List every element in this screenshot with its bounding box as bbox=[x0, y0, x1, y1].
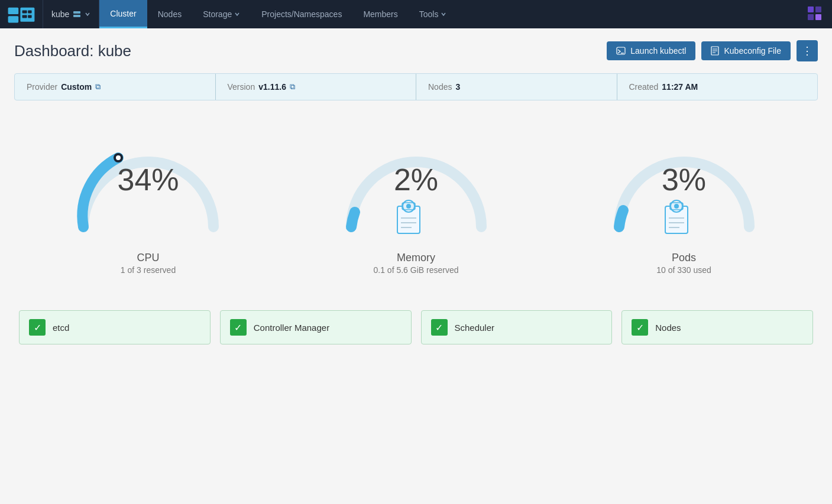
nav-cluster[interactable]: Cluster bbox=[99, 0, 147, 28]
info-bar: Provider Custom ⧉ Version v1.11.6 ⧉ Node… bbox=[14, 73, 818, 100]
version-copy-icon[interactable]: ⧉ bbox=[290, 82, 295, 92]
svg-rect-1 bbox=[8, 16, 19, 22]
status-nodes: ✓ Nodes bbox=[621, 310, 813, 344]
svg-rect-5 bbox=[28, 11, 31, 14]
nav-nodes[interactable]: Nodes bbox=[147, 0, 192, 28]
version-label: Version bbox=[228, 82, 255, 92]
page-header: Dashboard: kube Launch kubectl Kubeconfi… bbox=[14, 40, 818, 61]
kube-label: kube bbox=[51, 9, 69, 19]
cpu-percent: 34% bbox=[117, 164, 179, 195]
memory-sublabel: 0.1 of 5.6 GiB reserved bbox=[374, 265, 459, 275]
info-version: Version v1.11.6 ⧉ bbox=[215, 74, 416, 100]
header-actions: Launch kubectl Kubeconfig File ⋮ bbox=[607, 40, 818, 61]
version-value: v1.11.6 bbox=[258, 82, 286, 92]
app-grid-icon[interactable] bbox=[804, 2, 827, 26]
cpu-gauge: 34% CPU 1 of 3 reserved bbox=[60, 126, 237, 275]
nav-members[interactable]: Members bbox=[352, 0, 408, 28]
pods-label: Pods bbox=[672, 252, 696, 264]
nodes-status-label: Nodes bbox=[655, 323, 681, 333]
created-value: 11:27 AM bbox=[662, 82, 698, 92]
svg-point-22 bbox=[116, 155, 121, 160]
storage-chevron-icon bbox=[234, 11, 240, 17]
gauges-section: 34% CPU 1 of 3 reserved bbox=[14, 115, 818, 298]
provider-label: Provider bbox=[27, 82, 57, 92]
memory-percent: 2% bbox=[394, 164, 438, 195]
nav-links: Cluster Nodes Storage Projects/Namespace… bbox=[99, 0, 799, 28]
svg-point-10 bbox=[79, 15, 80, 17]
info-nodes: Nodes 3 bbox=[416, 74, 617, 100]
svg-rect-23 bbox=[397, 206, 420, 233]
scheduler-label: Scheduler bbox=[455, 323, 495, 333]
kube-cluster-selector[interactable]: kube bbox=[43, 0, 99, 28]
svg-point-9 bbox=[79, 12, 80, 13]
chevron-down-icon bbox=[85, 11, 90, 17]
cpu-sublabel: 1 of 3 reserved bbox=[121, 265, 176, 275]
svg-point-38 bbox=[674, 204, 679, 209]
svg-rect-11 bbox=[808, 6, 814, 12]
page-content: Dashboard: kube Launch kubectl Kubeconfi… bbox=[0, 28, 832, 356]
document-icon bbox=[711, 46, 719, 56]
controller-manager-check-icon: ✓ bbox=[230, 319, 247, 336]
nodes-status-check-icon: ✓ bbox=[632, 319, 648, 336]
pods-percent: 3% bbox=[662, 164, 706, 195]
scheduler-check-icon: ✓ bbox=[431, 319, 448, 336]
provider-copy-icon[interactable]: ⧉ bbox=[95, 82, 101, 92]
memory-text-center: 2% bbox=[394, 164, 438, 195]
pods-text-center: 3% bbox=[662, 164, 706, 195]
rancher-logo bbox=[7, 4, 35, 25]
status-etcd: ✓ etcd bbox=[19, 310, 211, 344]
controller-manager-label: Controller Manager bbox=[254, 323, 329, 333]
etcd-check-icon: ✓ bbox=[29, 319, 46, 336]
launch-kubectl-button[interactable]: Launch kubectl bbox=[607, 41, 695, 60]
pods-sublabel: 10 of 330 used bbox=[656, 265, 711, 275]
cpu-gauge-wrapper: 34% bbox=[66, 126, 231, 245]
brand-logo-area bbox=[0, 0, 43, 28]
server-icon bbox=[73, 10, 81, 18]
svg-rect-31 bbox=[665, 206, 688, 233]
etcd-label: etcd bbox=[53, 323, 69, 333]
status-controller-manager: ✓ Controller Manager bbox=[220, 310, 412, 344]
svg-rect-13 bbox=[808, 14, 814, 20]
memory-label: Memory bbox=[397, 252, 435, 264]
pods-gauge: 3% Pods 10 of 330 used bbox=[595, 126, 773, 275]
pods-gauge-wrapper: 3% bbox=[601, 126, 767, 245]
svg-rect-12 bbox=[815, 6, 821, 12]
kubeconfig-file-button[interactable]: Kubeconfig File bbox=[701, 41, 791, 60]
svg-rect-4 bbox=[22, 15, 27, 18]
nav-storage[interactable]: Storage bbox=[192, 0, 251, 28]
svg-point-30 bbox=[406, 204, 411, 209]
created-label: Created bbox=[629, 82, 659, 92]
svg-rect-14 bbox=[815, 14, 821, 20]
info-created: Created 11:27 AM bbox=[617, 74, 818, 100]
svg-rect-2 bbox=[20, 8, 34, 22]
status-section: ✓ etcd ✓ Controller Manager ✓ Scheduler … bbox=[14, 310, 818, 344]
cpu-label: CPU bbox=[137, 252, 159, 264]
terminal-icon bbox=[616, 46, 626, 56]
cpu-text-center: 34% bbox=[117, 164, 179, 195]
nav-tools[interactable]: Tools bbox=[409, 0, 458, 28]
nodes-label: Nodes bbox=[428, 82, 452, 92]
svg-rect-0 bbox=[8, 8, 19, 14]
provider-value: Custom bbox=[61, 82, 92, 92]
more-options-button[interactable]: ⋮ bbox=[797, 40, 818, 61]
memory-gauge: 2% Memory 0.1 of 5.6 GiB reserved bbox=[328, 126, 505, 275]
svg-rect-3 bbox=[22, 11, 27, 14]
page-title: Dashboard: kube bbox=[14, 42, 131, 60]
nav-projects[interactable]: Projects/Namespaces bbox=[251, 0, 352, 28]
info-provider: Provider Custom ⧉ bbox=[15, 74, 215, 100]
nodes-value: 3 bbox=[455, 82, 460, 92]
nav-right bbox=[799, 0, 832, 28]
tools-chevron-icon bbox=[441, 11, 446, 17]
navbar: kube Cluster Nodes Storage Projects/Name… bbox=[0, 0, 832, 28]
memory-gauge-wrapper: 2% bbox=[334, 126, 499, 245]
svg-rect-6 bbox=[28, 15, 31, 18]
status-scheduler: ✓ Scheduler bbox=[421, 310, 613, 344]
